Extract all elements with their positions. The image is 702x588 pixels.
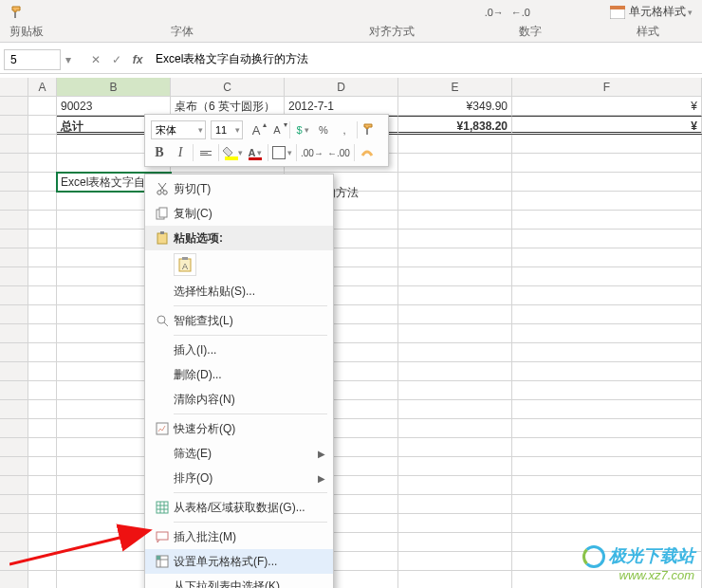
- cell[interactable]: [398, 362, 512, 381]
- cell[interactable]: [398, 571, 512, 588]
- cell[interactable]: [512, 230, 702, 248]
- cell[interactable]: [398, 343, 512, 362]
- cell[interactable]: [398, 514, 512, 533]
- cell-total-value[interactable]: ¥1,838.20: [398, 116, 512, 135]
- cell[interactable]: [398, 438, 512, 457]
- cell[interactable]: [512, 286, 702, 305]
- fx-icon[interactable]: fx: [127, 49, 148, 70]
- cell[interactable]: [512, 267, 702, 286]
- cell[interactable]: [398, 419, 512, 438]
- cell-styles-button[interactable]: 单元格样式 ▾: [610, 0, 693, 24]
- ctx-insert-comment[interactable]: 插入批注(M): [145, 524, 333, 549]
- ctx-get-data[interactable]: 从表格/区域获取数据(G)...: [145, 495, 333, 520]
- format-painter-icon[interactable]: [8, 0, 28, 24]
- decimal-increase-icon[interactable]: ←.0: [511, 7, 530, 18]
- cell[interactable]: [28, 571, 57, 588]
- row-header[interactable]: [0, 97, 28, 116]
- cell[interactable]: 90023: [57, 97, 171, 116]
- ctx-filter[interactable]: 筛选(E)▶: [145, 441, 333, 466]
- cell[interactable]: [512, 248, 702, 267]
- cell[interactable]: [28, 230, 57, 248]
- row-header[interactable]: [0, 248, 28, 267]
- ctx-paste-special[interactable]: 选择性粘贴(S)...: [145, 279, 333, 303]
- ctx-sort[interactable]: 排序(O)▶: [145, 466, 333, 490]
- cell[interactable]: [398, 267, 512, 286]
- ctx-smart-lookup[interactable]: 智能查找(L): [145, 308, 333, 333]
- cell[interactable]: [28, 324, 57, 343]
- row-header[interactable]: [0, 476, 28, 495]
- cell[interactable]: 2012-7-1: [285, 97, 398, 116]
- cancel-formula-icon[interactable]: ✕: [85, 49, 106, 70]
- col-header-C[interactable]: C: [171, 78, 285, 97]
- cell[interactable]: [512, 305, 702, 324]
- row-header[interactable]: [0, 400, 28, 419]
- cell[interactable]: [512, 192, 702, 211]
- ctx-format-cells[interactable]: 设置单元格格式(F)...: [145, 549, 333, 574]
- fill-color-icon[interactable]: ▾: [223, 143, 243, 162]
- cell[interactable]: [28, 267, 57, 286]
- row-header[interactable]: [0, 286, 28, 305]
- cell[interactable]: [28, 362, 57, 381]
- cell[interactable]: [398, 230, 512, 248]
- confirm-formula-icon[interactable]: ✓: [106, 49, 127, 70]
- bold-icon[interactable]: B: [151, 143, 168, 162]
- cell[interactable]: [28, 211, 57, 230]
- row-header[interactable]: [0, 343, 28, 362]
- cell[interactable]: [512, 514, 702, 533]
- name-box[interactable]: [4, 49, 61, 70]
- cell[interactable]: [28, 248, 57, 267]
- cell[interactable]: [398, 552, 512, 571]
- cell[interactable]: [398, 173, 512, 192]
- ctx-cut[interactable]: 剪切(T): [145, 176, 333, 201]
- row-header[interactable]: [0, 495, 28, 514]
- select-all-corner[interactable]: [0, 78, 28, 97]
- cell[interactable]: [512, 173, 702, 192]
- ctx-delete[interactable]: 删除(D)...: [145, 362, 333, 387]
- cell[interactable]: 桌布（6 英寸圆形）: [171, 97, 285, 116]
- italic-icon[interactable]: I: [172, 143, 189, 162]
- cell[interactable]: [512, 419, 702, 438]
- accounting-format-icon[interactable]: $▾: [294, 120, 311, 139]
- cell[interactable]: [512, 495, 702, 514]
- cell[interactable]: [398, 495, 512, 514]
- cell[interactable]: [398, 381, 512, 400]
- col-header-E[interactable]: E: [398, 78, 512, 97]
- decimal-decrease-icon[interactable]: .0→: [485, 7, 504, 18]
- paste-default-icon[interactable]: A: [174, 253, 196, 276]
- cell[interactable]: [28, 495, 57, 514]
- formula-input[interactable]: [148, 49, 702, 70]
- row-header[interactable]: [0, 230, 28, 248]
- row-header[interactable]: [0, 267, 28, 286]
- cell[interactable]: [398, 192, 512, 211]
- ctx-copy[interactable]: 复制(C): [145, 201, 333, 226]
- cell[interactable]: [28, 305, 57, 324]
- cell[interactable]: [398, 400, 512, 419]
- col-header-B[interactable]: B: [57, 78, 171, 97]
- increase-decimal-icon[interactable]: .00→: [301, 143, 323, 162]
- cell[interactable]: [28, 381, 57, 400]
- cell[interactable]: [512, 457, 702, 476]
- cell[interactable]: [28, 343, 57, 362]
- cell[interactable]: [512, 362, 702, 381]
- row-header[interactable]: [0, 305, 28, 324]
- col-header-D[interactable]: D: [285, 78, 398, 97]
- cell[interactable]: ¥: [512, 116, 702, 135]
- cell[interactable]: [28, 116, 57, 135]
- cell[interactable]: [398, 533, 512, 552]
- cell[interactable]: [398, 248, 512, 267]
- comma-icon[interactable]: ,: [336, 120, 353, 139]
- cell[interactable]: [512, 381, 702, 400]
- cell[interactable]: [28, 400, 57, 419]
- cell[interactable]: [398, 211, 512, 230]
- clear-format-icon[interactable]: [359, 143, 376, 162]
- col-header-F[interactable]: F: [512, 78, 702, 97]
- row-header[interactable]: [0, 457, 28, 476]
- row-header[interactable]: [0, 419, 28, 438]
- shrink-font-icon[interactable]: A▾: [268, 120, 286, 139]
- row-header[interactable]: [0, 381, 28, 400]
- ctx-quick-analysis[interactable]: 快速分析(Q): [145, 416, 333, 441]
- cell[interactable]: [28, 192, 57, 211]
- font-color-icon[interactable]: A▾: [247, 143, 264, 162]
- cell[interactable]: [28, 476, 57, 495]
- grow-font-icon[interactable]: A▴: [248, 120, 265, 139]
